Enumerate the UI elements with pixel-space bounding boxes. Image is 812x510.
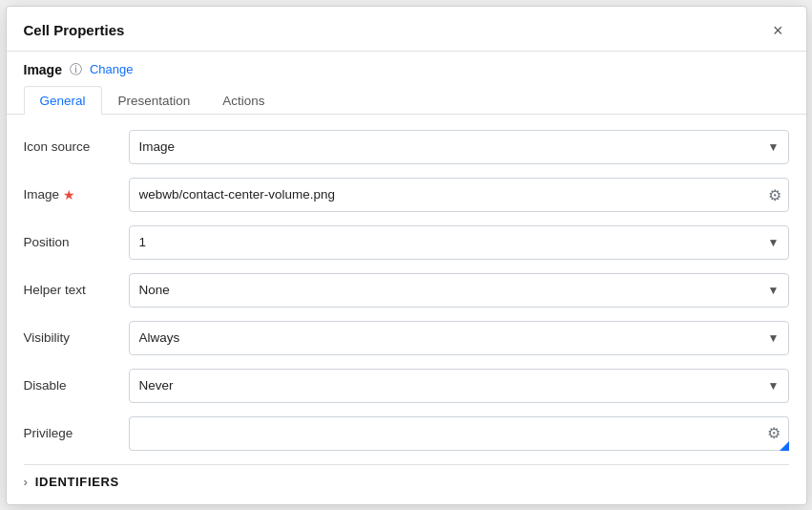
visibility-control: Always Never Conditional ▼ [129, 321, 789, 355]
icon-source-row: Icon source Image None Font Icon ▼ [24, 130, 789, 164]
visibility-select[interactable]: Always Never Conditional [129, 321, 789, 355]
helper-text-select[interactable]: None Custom [129, 273, 789, 308]
position-control: 1 2 3 4 ▼ [129, 225, 789, 260]
info-icon[interactable]: ⓘ [70, 61, 82, 78]
subheader-label: Image [24, 62, 62, 77]
required-star: ★ [63, 187, 75, 202]
tab-bar: General Presentation Actions [7, 78, 806, 115]
identifiers-title: IDENTIFIERS [35, 475, 119, 489]
disable-control: Never Always Conditional ▼ [129, 369, 789, 403]
position-select[interactable]: 1 2 3 4 [129, 225, 789, 260]
helper-text-row: Helper text None Custom ▼ [24, 273, 789, 308]
dialog-subheader: Image ⓘ Change [7, 52, 806, 78]
privilege-control: ⚙ [129, 416, 789, 451]
tab-actions[interactable]: Actions [206, 86, 281, 115]
position-row: Position 1 2 3 4 ▼ [24, 225, 789, 260]
visibility-label: Visibility [24, 330, 129, 345]
cell-properties-dialog: Cell Properties × Image ⓘ Change General… [6, 6, 807, 505]
dialog-body: Icon source Image None Font Icon ▼ Image… [7, 115, 806, 504]
identifiers-section: › IDENTIFIERS [24, 464, 789, 489]
disable-label: Disable [24, 378, 129, 393]
dialog-title: Cell Properties [24, 22, 125, 38]
icon-source-label: Icon source [24, 139, 129, 154]
image-control: ⚙ [129, 178, 789, 212]
identifiers-chevron-icon: › [24, 475, 28, 489]
helper-text-label: Helper text [24, 283, 129, 297]
disable-select[interactable]: Never Always Conditional [129, 369, 789, 403]
privilege-row: Privilege ⚙ [24, 416, 789, 451]
image-label: Image ★ [24, 187, 129, 202]
dialog-header: Cell Properties × [7, 7, 806, 52]
privilege-input[interactable] [129, 416, 760, 451]
icon-source-control: Image None Font Icon ▼ [129, 130, 789, 164]
privilege-label: Privilege [24, 426, 129, 440]
tab-general[interactable]: General [24, 86, 102, 115]
privilege-corner-indicator [780, 441, 789, 451]
helper-text-control: None Custom ▼ [129, 273, 789, 308]
change-link[interactable]: Change [90, 62, 134, 76]
image-row: Image ★ ⚙ [24, 178, 789, 212]
close-button[interactable]: × [767, 20, 789, 41]
identifiers-header[interactable]: › IDENTIFIERS [24, 475, 789, 489]
tab-presentation[interactable]: Presentation [102, 86, 207, 115]
visibility-row: Visibility Always Never Conditional ▼ [24, 321, 789, 355]
icon-source-select[interactable]: Image None Font Icon [129, 130, 789, 164]
disable-row: Disable Never Always Conditional ▼ [24, 369, 789, 403]
image-gear-button[interactable]: ⚙ [766, 183, 783, 205]
image-input[interactable] [129, 178, 789, 212]
position-label: Position [24, 235, 129, 249]
privilege-input-wrap: ⚙ [129, 416, 789, 451]
